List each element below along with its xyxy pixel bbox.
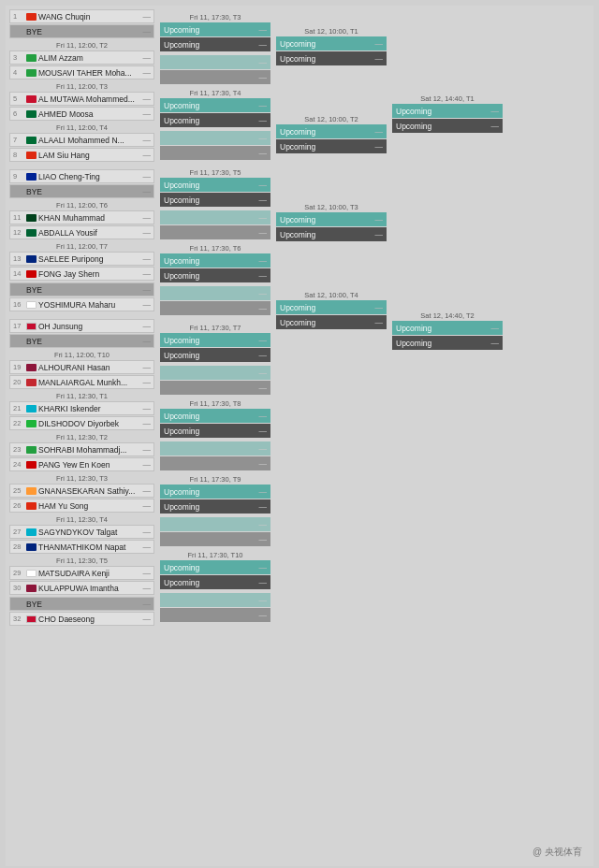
- match-label: Fri 11, 12:30, T2: [9, 432, 154, 442]
- r2-match-13-label: Fri 11, 17:30, T9: [160, 474, 270, 485]
- r4-match-1-bottom: Upcoming —: [392, 119, 503, 133]
- r2-match-1-label: Fri 11, 17:30, T3: [160, 12, 270, 22]
- player-entry: 24 PANG Yew En Koen —: [9, 457, 154, 471]
- r2-match-5-bottom: Upcoming —: [160, 193, 270, 207]
- match-label: Fri 11, 12:30, T1: [9, 391, 154, 401]
- r2-match-16-bottom: —: [160, 608, 270, 622]
- r2-match-1-top: Upcoming —: [160, 22, 270, 36]
- r4-match-1-label: Sat 12, 14:40, T1: [392, 94, 503, 104]
- player-entry: 5 AL MUTAWA Mohammed... —: [9, 92, 154, 106]
- player-entry: 25 GNANASEKARAN Sathiy... —: [9, 484, 154, 498]
- match-label: Fri 11, 12:00, T7: [9, 241, 154, 252]
- player-entry: 23 SOHRABI Mohammadj... —: [9, 442, 154, 456]
- r2-match-3-label: Fri 11, 17:30, T4: [160, 88, 270, 98]
- player-entry: 21 KHARKI Iskender —: [9, 401, 154, 415]
- player-entry: 3 ALIM Azzam —: [9, 51, 154, 65]
- player-entry-bye: BYE —: [9, 334, 154, 348]
- match-label: Fri 11, 12:30, T4: [9, 514, 154, 525]
- match-label: Fri 11, 12:00, T2: [9, 40, 154, 51]
- r3-match-1-bottom: Upcoming —: [276, 51, 387, 65]
- player-entry-bye: BYE —: [9, 282, 154, 297]
- r2-match-15-top: Upcoming —: [160, 560, 270, 574]
- round-3: Sat 12, 10:00, T1 Upcoming — Upcoming — …: [276, 9, 387, 626]
- r2-match-15-label: Fri 11, 17:30, T10: [160, 550, 270, 560]
- r2-match-5-label: Fri 11, 17:30, T5: [160, 167, 270, 178]
- r3-match-3-bottom: Upcoming —: [276, 227, 387, 241]
- player-entry: 1 WANG Chuqin —: [9, 9, 154, 23]
- r2-match-2-top: —: [160, 55, 270, 69]
- round-2: Fri 11, 17:30, T3 Upcoming — Upcoming — …: [160, 9, 270, 626]
- r3-match-2-label: Sat 12, 10:00, T2: [276, 114, 387, 124]
- player-entry: 30 KULAPPUWA Imantha —: [9, 581, 154, 595]
- r2-match-9-label: Fri 11, 17:30, T7: [160, 323, 270, 333]
- player-entry: 11 KHAN Muhammad —: [9, 210, 154, 224]
- player-entry: 8 LAM Siu Hang —: [9, 148, 154, 162]
- player-entry: 6 AHMED Moosa —: [9, 107, 154, 121]
- player-entry: 14 FONG Jay Shern —: [9, 267, 154, 281]
- r2-match-3-top: Upcoming —: [160, 98, 270, 112]
- player-entry-bye: BYE —: [9, 24, 154, 38]
- r2-match-4-bottom: —: [160, 146, 270, 160]
- r3-match-1-top: Upcoming —: [276, 36, 387, 51]
- r2-match-9-bottom: Upcoming —: [160, 348, 270, 362]
- player-entry: 12 ABDALLA Yousif —: [9, 225, 154, 239]
- r3-match-3-top: Upcoming —: [276, 212, 387, 226]
- r2-match-6-top: —: [160, 210, 270, 224]
- r2-match-12-bottom: —: [160, 456, 270, 470]
- r2-match-8-bottom: —: [160, 301, 270, 315]
- r2-match-2-bottom: —: [160, 70, 270, 84]
- player-entry: 20 MANLAIARGAL Munkh... —: [9, 375, 154, 389]
- player-entry: 19 ALHOURANI Hasan —: [9, 360, 154, 374]
- r2-match-13-top: Upcoming —: [160, 485, 270, 499]
- player-entry: 13 SAELEE Puripong —: [9, 252, 154, 266]
- r3-match-4-top: Upcoming —: [276, 300, 387, 314]
- r4-match-1-top: Upcoming —: [392, 104, 503, 118]
- r2-match-9-top: Upcoming —: [160, 333, 270, 347]
- player-entry: 17 OH Junsung —: [9, 319, 154, 333]
- match-label: Fri 11, 12:00, T6: [9, 200, 154, 210]
- r2-match-6-bottom: —: [160, 225, 270, 239]
- r2-match-4-top: —: [160, 131, 270, 145]
- r2-match-15-bottom: Upcoming —: [160, 575, 270, 589]
- player-entry: 28 THANMATHIKOM Napat —: [9, 540, 154, 554]
- r3-match-3-label: Sat 12, 10:00, T3: [276, 202, 387, 212]
- r4-match-2-label: Sat 12, 14:40, T2: [392, 311, 503, 321]
- r2-match-10-bottom: —: [160, 381, 270, 395]
- r2-match-1-bottom: Upcoming —: [160, 37, 270, 51]
- player-entry: 27 SAGYNDYKOV Talgat —: [9, 525, 154, 539]
- player-entry: 32 CHO Daeseong —: [9, 612, 154, 626]
- r2-match-11-label: Fri 11, 17:30, T8: [160, 398, 270, 409]
- r2-match-10-top: —: [160, 366, 270, 380]
- r2-match-13-bottom: Upcoming —: [160, 499, 270, 514]
- player-entry: 7 ALAALI Mohammed N... —: [9, 133, 154, 147]
- watermark: @ 央视体育: [533, 846, 582, 859]
- player-entry: 22 DILSHODOV Diyorbek —: [9, 416, 154, 430]
- r3-match-4-bottom: Upcoming —: [276, 315, 387, 329]
- r2-match-7-bottom: Upcoming —: [160, 268, 270, 282]
- r2-match-7-top: Upcoming —: [160, 253, 270, 268]
- r3-match-4-label: Sat 12, 10:00, T4: [276, 290, 387, 300]
- r2-match-14-bottom: —: [160, 532, 270, 546]
- r2-match-11-bottom: Upcoming —: [160, 424, 270, 438]
- main-bracket: 1 WANG Chuqin — BYE — Fri 11, 12:00, T2 …: [9, 9, 597, 626]
- r3-match-1-label: Sat 12, 10:00, T1: [276, 26, 387, 36]
- r2-match-14-top: —: [160, 517, 270, 531]
- match-label: Fri 11, 12:00, T4: [9, 123, 154, 133]
- r2-match-11-top: Upcoming —: [160, 409, 270, 423]
- r2-match-3-bottom: Upcoming —: [160, 113, 270, 127]
- player-entry: 26 HAM Yu Song —: [9, 499, 154, 513]
- r2-match-7-label: Fri 11, 17:30, T6: [160, 243, 270, 253]
- r2-match-12-top: —: [160, 441, 270, 456]
- match-label: Fri 11, 12:00, T10: [9, 350, 154, 360]
- r3-match-2-top: Upcoming —: [276, 124, 387, 138]
- player-entry: 4 MOUSAVI TAHER Moha... —: [9, 65, 154, 80]
- round-1: 1 WANG Chuqin — BYE — Fri 11, 12:00, T2 …: [9, 9, 154, 626]
- player-entry-bye: BYE —: [9, 597, 154, 611]
- r4-match-2-top: Upcoming —: [392, 321, 503, 335]
- r2-match-16-top: —: [160, 593, 270, 607]
- bracket-page: 1 WANG Chuqin — BYE — Fri 11, 12:00, T2 …: [6, 6, 593, 866]
- match-label: Fri 11, 12:30, T3: [9, 473, 154, 484]
- r2-match-8-top: —: [160, 286, 270, 300]
- player-entry: 9 LIAO Cheng-Ting —: [9, 169, 154, 183]
- round-4: Sat 12, 14:40, T1 Upcoming — Upcoming — …: [392, 9, 503, 626]
